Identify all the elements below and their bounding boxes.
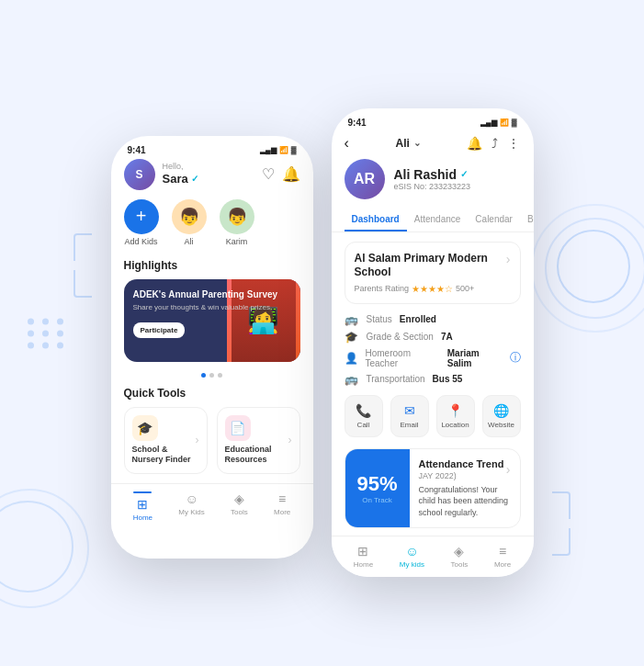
home-icon-r: ⊞	[357, 544, 368, 559]
highlight-text: ADEK's Annual Parenting Survey Share you…	[133, 288, 291, 338]
attendance-left: 95% On Track	[345, 449, 410, 528]
highlight-subtitle: Share your thoughts & win valuable prize…	[133, 303, 291, 312]
greeting-hello: Hello,	[163, 162, 198, 172]
bell-icon[interactable]: 🔔	[467, 136, 482, 151]
teacher-action-icon[interactable]: ⓘ	[510, 350, 521, 366]
attendance-title-row: Attendance Trend JAY 2022) ›	[419, 458, 511, 480]
location-icon: 📍	[447, 403, 463, 418]
nav-r-mykids[interactable]: ☺ My kids	[400, 544, 424, 569]
tool-arrow-1: ›	[196, 434, 199, 446]
nav-r-tools[interactable]: ◈ Tools	[451, 544, 469, 569]
teacher-row: 👤 Homeroom Teacher Mariam Salim ⓘ	[345, 348, 521, 368]
kid-ali[interactable]: 👦 Ali	[172, 199, 207, 246]
heart-icon[interactable]: ♡	[262, 165, 275, 183]
profile-esis: eSIS No: 233233223	[394, 182, 471, 191]
time-right: 9:41	[348, 118, 367, 128]
highlight-title: ADEK's Annual Parenting Survey	[133, 288, 291, 300]
profile-name: Ali Rashid ✓	[394, 167, 471, 182]
grade-row: 🎓 Grade & Section 7A	[345, 331, 521, 344]
quick-tools-title: Quick Tools	[124, 387, 300, 400]
mykids-icon-r: ☺	[405, 544, 418, 559]
user-avatar: S	[124, 159, 155, 190]
call-icon: 📞	[356, 403, 371, 418]
tool-edu-label: Educational Resources	[225, 445, 292, 466]
tool-school-nursery[interactable]: 🎓 › School & Nursery Finder	[124, 407, 208, 474]
educational-icon-wrap: 📄	[225, 415, 251, 441]
attendance-card[interactable]: 95% On Track Attendance Trend JAY 2022) …	[345, 448, 521, 529]
call-label: Call	[357, 421, 370, 429]
tab-calendar[interactable]: Calendar	[468, 209, 520, 231]
tool-arrow-2: ›	[288, 434, 292, 446]
nav-more[interactable]: ≡ More	[274, 491, 290, 522]
nav-mykids[interactable]: ☺ My Kids	[178, 491, 204, 522]
nav-more-label: More	[274, 508, 290, 516]
mykids-icon: ☺	[185, 491, 198, 506]
add-kid-label: Add Kids	[124, 237, 157, 246]
attendance-title-text: Attendance Trend JAY 2022)	[419, 458, 504, 480]
status-bar-right: 9:41 ▂▄▆ 📶 ▓	[332, 108, 534, 131]
nav-r-more[interactable]: ≡ More	[494, 544, 511, 569]
greeting-icons: ♡ 🔔	[262, 165, 300, 183]
tools-icon: ◈	[234, 491, 244, 506]
back-button[interactable]: ‹	[345, 135, 349, 152]
tab-benchmark[interactable]: Benchmark	[520, 209, 534, 231]
nav-home-indicator	[133, 491, 152, 493]
time-left: 9:41	[128, 145, 146, 155]
attendance-track: On Track	[362, 496, 391, 504]
add-kid-button[interactable]: +	[124, 199, 159, 234]
phone-right: 9:41 ▂▄▆ 📶 ▓ ‹ Ali ⌄ 🔔 ⤴ ⋮ AR	[332, 108, 534, 577]
school-card[interactable]: Al Salam Primary Modern School Parents R…	[345, 242, 521, 304]
phones-container: 9:41 ▂▄▆ 📶 ▓ S Hello, Sara ✓	[111, 108, 534, 577]
call-button[interactable]: 📞 Call	[345, 395, 383, 437]
transport-key: Transportation	[367, 374, 425, 384]
kid-karim[interactable]: 👦 Karim	[220, 199, 254, 246]
tab-attendance[interactable]: Attendance	[407, 209, 469, 231]
email-button[interactable]: ✉ Email	[390, 395, 429, 437]
notification-icon[interactable]: 🔔	[282, 165, 300, 183]
highlight-card[interactable]: ADEK's Annual Parenting Survey Share you…	[124, 279, 300, 362]
verified-icon: ✓	[191, 174, 198, 185]
action-buttons-row: 📞 Call ✉ Email 📍 Location 🌐 Website	[332, 395, 534, 437]
grade-value: 7A	[441, 332, 453, 342]
status-value: Enrolled	[400, 314, 436, 324]
location-button[interactable]: 📍 Location	[436, 395, 475, 437]
more-icon: ≡	[278, 491, 286, 506]
wifi-icon: 📶	[279, 146, 288, 154]
nav-tools[interactable]: ◈ Tools	[231, 491, 248, 522]
nav-mykids-label: My Kids	[178, 508, 204, 516]
attendance-percentage: 95%	[356, 472, 397, 496]
home-icon: ⊞	[137, 497, 148, 512]
school-info: Al Salam Primary Modern School Parents R…	[355, 252, 506, 294]
email-icon: ✉	[404, 403, 415, 418]
transport-icon: 🚌	[345, 373, 359, 386]
tools-icon-r: ◈	[454, 544, 464, 559]
attendance-message: Congratulations! Your child has been att…	[419, 484, 511, 519]
dot-1	[201, 373, 206, 378]
user-selector[interactable]: Ali ⌄	[395, 137, 420, 150]
right-header-icons: 🔔 ⤴ ⋮	[467, 136, 520, 151]
highlights-title: Highlights	[124, 259, 300, 272]
profile-verified-icon: ✓	[460, 169, 468, 179]
teacher-icon: 👤	[345, 352, 358, 365]
participate-button[interactable]: Participate	[133, 322, 186, 338]
status-icons-left: ▂▄▆ 📶 ▓	[260, 146, 297, 154]
phone-left-content: S Hello, Sara ✓ ♡ 🔔 +	[111, 159, 313, 483]
tool-educational[interactable]: 📄 › Educational Resources	[217, 407, 300, 474]
tool-school-label: School & Nursery Finder	[132, 445, 199, 466]
add-kid-item[interactable]: + Add Kids	[124, 199, 159, 246]
status-key: Status	[367, 314, 392, 324]
profile-info: Ali Rashid ✓ eSIS No: 233233223	[394, 167, 471, 191]
carousel-dots	[124, 373, 300, 378]
more-dots-icon[interactable]: ⋮	[507, 136, 520, 151]
nav-r-home[interactable]: ⊞ Home	[354, 544, 373, 569]
tools-row: 🎓 › School & Nursery Finder 📄 › Educatio…	[124, 407, 300, 474]
kids-row: + Add Kids 👦 Ali 👦 Karim	[124, 199, 300, 246]
selected-user: Ali	[395, 137, 409, 150]
share-icon[interactable]: ⤴	[491, 136, 498, 151]
transport-value: Bus 55	[433, 374, 463, 384]
website-label: Website	[488, 421, 514, 429]
tab-dashboard[interactable]: Dashboard	[345, 209, 407, 231]
website-button[interactable]: 🌐 Website	[482, 395, 521, 437]
nav-home[interactable]: ⊞ Home	[133, 491, 153, 522]
status-row: 🚌 Status Enrolled	[345, 313, 521, 326]
